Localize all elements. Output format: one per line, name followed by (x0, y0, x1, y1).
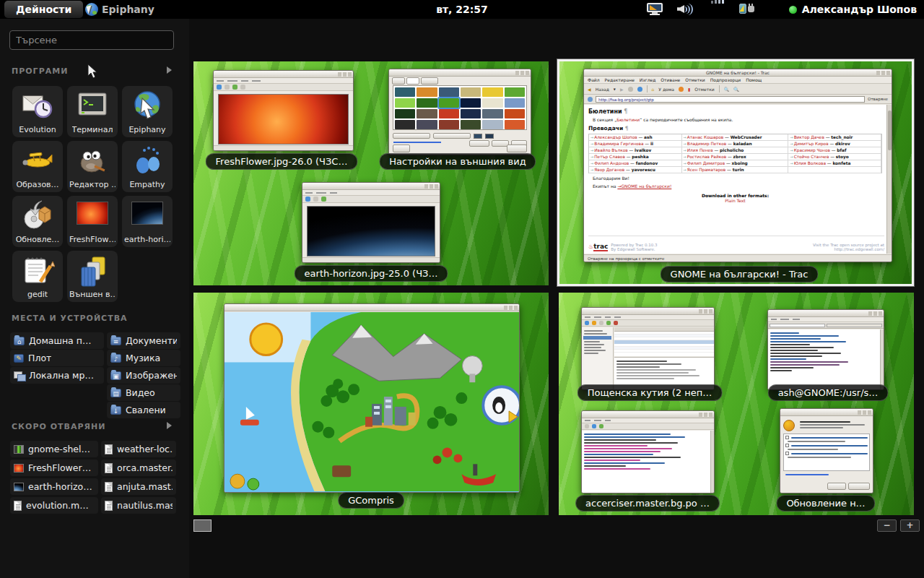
home-folder-icon: ⌂ (14, 337, 25, 345)
gcompris-scene (225, 312, 519, 492)
place-home[interactable]: ⌂ Домашна п… (10, 332, 104, 349)
url-field: http://fsa-bg.org/project/gtp (596, 96, 865, 103)
trac-logo: ♨trac (588, 238, 608, 251)
app-tile-evolution[interactable]: Evolution (12, 86, 63, 137)
empathy-icon (130, 143, 165, 178)
scrollbar (886, 105, 892, 254)
documents-folder-icon: ≡ (110, 337, 121, 345)
workspace-drop-indicator (193, 519, 212, 532)
appearance-icon (75, 253, 110, 288)
browser-statusbar: Отваряне на прозореца с отметките (584, 254, 892, 262)
search-input[interactable] (9, 30, 174, 50)
overview-sidebar: ПРОГРАМИ Evolution Терминал (0, 19, 189, 578)
recent-weather-locations[interactable]: weather-loc… (101, 441, 176, 457)
video-folder-icon: ▤ (110, 389, 121, 397)
app-tile-earth-horizon[interactable]: earth-hori… (122, 196, 173, 247)
place-video[interactable]: ▤ Видео (107, 384, 180, 401)
app-tile-empathy[interactable]: Empathy (122, 141, 173, 192)
place-local-network[interactable]: Локална мр… (10, 367, 104, 384)
app-tile-gcompris[interactable]: Образов… (12, 141, 63, 192)
recent-section-header: СКОРО ОТВАРЯНИ (12, 422, 105, 431)
app-tile-software-update[interactable]: Обновле… (12, 196, 63, 247)
app-tile-epiphany[interactable]: Epiphany (122, 86, 173, 137)
freshflower-photo (218, 94, 349, 144)
place-pictures[interactable]: ▣ Изображен… (107, 367, 180, 384)
window-caption: accerciser.master.bg.po … (575, 495, 720, 512)
window-caption: GCompris (338, 492, 404, 509)
workspace-2-active[interactable]: GNOME на български! - Trac ФайлРедактира… (557, 59, 914, 286)
window-earth-viewer[interactable] (302, 182, 440, 263)
places-section-header: МЕСТА И УСТРОЙСТВА (12, 314, 128, 323)
downloads-folder-icon: ↓ (110, 406, 121, 415)
earth-horizon-photo (307, 206, 435, 256)
open-button: Отваряне (868, 97, 888, 101)
status-available-icon (789, 6, 797, 14)
place-music[interactable]: ♪ Музика (107, 350, 180, 366)
app-tile-terminal[interactable]: Терминал (67, 86, 118, 137)
browser-menubar: ФайлРедактиране ИзгледОтиване ОтметкиПод… (584, 77, 892, 84)
top-bar: Дейности Epiphany вт, 22:57 Александър Ш… (0, 0, 924, 19)
recent-anjuta-master[interactable]: anjuta.mast… (101, 478, 176, 495)
earth-thumbnail-icon (14, 483, 24, 491)
window-appearance-settings[interactable] (388, 69, 531, 155)
trac-window-title: GNOME на български! - Trac (584, 70, 892, 75)
text-document-icon (105, 463, 113, 473)
window-caption: ash@GNOME:/usr/s… (768, 384, 889, 401)
app-tile-appearance[interactable]: Външен в… (67, 251, 118, 302)
window-trac-browser[interactable]: GNOME на български! - Trac ФайлРедактира… (583, 69, 892, 262)
gedit-icon (20, 253, 55, 288)
browser-urlbar: http://fsa-bg.org/project/gtp Отваряне (584, 95, 892, 104)
place-documents[interactable]: ≡ Документи (107, 332, 180, 349)
wallpaper-grid (393, 85, 527, 130)
app-tile-gimp[interactable]: Редактор … (67, 141, 118, 192)
window-gcompris[interactable] (224, 303, 520, 493)
add-workspace-button[interactable]: + (900, 519, 920, 532)
close-button (507, 144, 527, 152)
text-document-icon (105, 501, 113, 511)
recent-earth-horizon[interactable]: earth-horizo… (10, 478, 98, 495)
po-file-text (582, 431, 710, 493)
workspace-3[interactable]: GCompris (193, 293, 549, 515)
gcompris-plane-icon (20, 143, 55, 178)
recent-orca-master[interactable]: orca.master.… (101, 460, 176, 476)
user-menu[interactable]: Александър Шопов (789, 0, 917, 19)
recent-freshflower[interactable]: FreshFlower… (10, 460, 98, 476)
earth-image-icon (131, 202, 163, 225)
help-button (393, 144, 410, 152)
browser-toolbar: ◀Назад▼ ▶ ⌂У дома ▮Отметки 🔍🔍 (584, 84, 892, 95)
pictures-folder-icon: ▣ (110, 371, 121, 380)
text-document-icon (14, 501, 22, 511)
music-folder-icon: ♪ (110, 354, 121, 363)
window-caption: Обновление н… (776, 495, 875, 512)
remove-workspace-button[interactable]: − (877, 519, 897, 532)
place-desktop[interactable]: ✎ Плот (10, 350, 104, 366)
window-terminal[interactable] (767, 309, 884, 390)
mouse-cursor (87, 64, 99, 82)
app-tile-gedit[interactable]: gedit (12, 251, 63, 302)
screenshot-thumbnail-icon (14, 445, 24, 454)
window-software-update[interactable] (780, 408, 873, 493)
terminal-output (768, 329, 880, 389)
place-downloads[interactable]: ↓ Свалени (107, 402, 180, 418)
window-buttons (876, 71, 890, 75)
translators-table: Александър Шопов — ash Атанас Кошаров — … (588, 134, 882, 173)
recent-gnome-shell[interactable]: gnome-shel… (10, 441, 98, 457)
window-po-editor[interactable] (581, 410, 715, 493)
network-icon (14, 371, 25, 380)
programs-section-header: ПРОГРАМИ (12, 66, 68, 76)
app-tile-freshflower[interactable]: FreshFlow… (67, 196, 118, 247)
workspace-4[interactable]: Пощенска кутия (2 неп… ash@GNOME:/usr/s…… (559, 293, 914, 515)
workspace-1[interactable]: FreshFlower.jpg-26.0 (ЧЗС… Настройки на … (193, 61, 549, 285)
flower-image-icon (77, 202, 108, 225)
window-caption: FreshFlower.jpg-26.0 (ЧЗС… (206, 153, 358, 170)
user-name: Александър Шопов (802, 4, 917, 15)
recent-nautilus-master[interactable]: nautilus.mas… (101, 497, 176, 514)
window-caption: GNOME на български! - Trac (661, 266, 819, 282)
recent-expand-arrow-icon[interactable] (167, 422, 172, 429)
clock[interactable]: вт, 22:57 (0, 0, 924, 19)
window-evolution-mail[interactable] (581, 307, 715, 390)
programs-expand-arrow-icon[interactable] (167, 66, 172, 74)
window-freshflower-viewer[interactable] (213, 70, 354, 151)
window-caption: Пощенска кутия (2 неп… (578, 384, 723, 401)
recent-evolution[interactable]: evolution.m… (10, 497, 98, 514)
